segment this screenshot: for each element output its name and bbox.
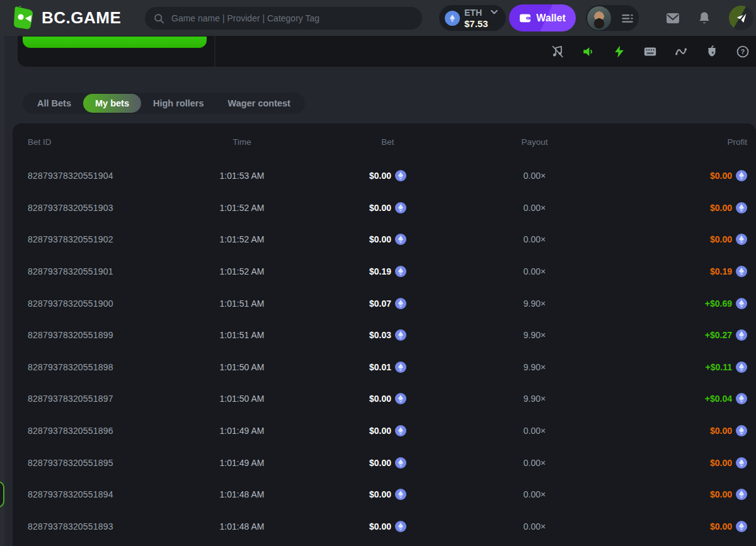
bet-profit: $0.00 bbox=[710, 171, 732, 181]
eth-coin-icon bbox=[395, 266, 406, 277]
game-panel-bottom: ? bbox=[18, 36, 756, 67]
eth-coin-icon bbox=[736, 202, 747, 213]
table-row[interactable]: 82879378320551893 1:01:48 AM $0.00 0.00×… bbox=[13, 511, 756, 543]
bet-id: 82879378320551900 bbox=[28, 299, 169, 309]
bet-payout: 0.00× bbox=[461, 521, 608, 532]
col-profit: Profit bbox=[608, 137, 747, 147]
col-payout: Payout bbox=[461, 137, 608, 147]
table-row[interactable]: 82879378320551895 1:01:49 AM $0.00 0.00×… bbox=[13, 446, 756, 479]
profit-cell: $0.19 bbox=[608, 266, 747, 277]
eth-coin-icon bbox=[445, 11, 460, 26]
bet-profit: +$0.11 bbox=[706, 362, 732, 372]
bets-table: Bet ID Time Bet Payout Profit 8287937832… bbox=[13, 123, 756, 546]
music-off-icon[interactable] bbox=[551, 45, 564, 59]
bet-time: 1:01:50 AM bbox=[169, 362, 314, 372]
bet-cell: $0.00 bbox=[314, 425, 461, 436]
tab-all-bets[interactable]: All Bets bbox=[25, 94, 83, 113]
bcgame-logo[interactable]: BC.GAME bbox=[10, 5, 121, 30]
tab-high-rollers[interactable]: High rollers bbox=[141, 94, 216, 113]
table-row[interactable]: 82879378320551903 1:01:52 AM $0.00 0.00×… bbox=[13, 192, 756, 224]
side-peek-button[interactable] bbox=[0, 481, 4, 508]
search-icon bbox=[154, 13, 164, 24]
chat-toggle-icon[interactable] bbox=[729, 6, 753, 30]
bet-button[interactable] bbox=[23, 37, 207, 48]
game-search[interactable] bbox=[145, 7, 422, 30]
help-icon[interactable]: ? bbox=[736, 45, 750, 59]
bet-list-icon[interactable] bbox=[622, 14, 633, 23]
bet-payout: 9.90× bbox=[461, 362, 608, 372]
bet-profit: $0.00 bbox=[710, 521, 732, 532]
bet-profit: $0.00 bbox=[710, 458, 732, 468]
table-row[interactable]: 82879378320551900 1:01:51 AM $0.07 9.90×… bbox=[13, 287, 756, 319]
eth-coin-icon bbox=[736, 425, 747, 436]
search-input[interactable] bbox=[170, 13, 413, 24]
bet-time: 1:01:53 AM bbox=[169, 171, 314, 181]
left-edge-strip bbox=[0, 36, 4, 546]
logo-wordmark: BC.GAME bbox=[42, 8, 121, 28]
table-body: 82879378320551904 1:01:53 AM $0.00 0.00×… bbox=[13, 160, 756, 542]
table-row[interactable]: 82879378320551896 1:01:49 AM $0.00 0.00×… bbox=[13, 415, 756, 447]
bet-amount: $0.07 bbox=[369, 299, 391, 309]
bet-payout: 0.00× bbox=[461, 458, 608, 468]
bet-payout: 0.00× bbox=[461, 171, 608, 181]
bet-profit: $0.00 bbox=[710, 426, 732, 436]
bet-time: 1:01:50 AM bbox=[169, 394, 314, 404]
eth-coin-icon bbox=[395, 457, 406, 469]
bet-cell: $0.00 bbox=[314, 521, 461, 532]
eth-coin-icon bbox=[736, 457, 747, 469]
avatar[interactable] bbox=[587, 6, 611, 30]
profit-cell: $0.00 bbox=[608, 234, 747, 245]
tab-wager-contest[interactable]: Wager contest bbox=[216, 94, 302, 113]
live-stats-icon[interactable] bbox=[674, 45, 688, 59]
eth-coin-icon bbox=[736, 361, 747, 373]
eth-coin-icon bbox=[395, 521, 406, 532]
bet-amount: $0.00 bbox=[369, 171, 391, 181]
bell-icon[interactable] bbox=[697, 11, 712, 26]
chevron-down-icon bbox=[491, 10, 498, 14]
table-row[interactable]: 82879378320551902 1:01:52 AM $0.00 0.00×… bbox=[13, 224, 756, 256]
profit-cell: $0.00 bbox=[608, 425, 747, 436]
table-row[interactable]: 82879378320551904 1:01:53 AM $0.00 0.00×… bbox=[13, 160, 756, 192]
bet-time: 1:01:51 AM bbox=[169, 299, 314, 309]
bet-profit: $0.19 bbox=[710, 266, 732, 276]
eth-coin-icon bbox=[395, 329, 406, 341]
eth-coin-icon bbox=[736, 266, 747, 277]
profit-cell: $0.00 bbox=[608, 202, 747, 213]
table-row[interactable]: 82879378320551901 1:01:52 AM $0.19 0.00×… bbox=[13, 256, 756, 288]
bet-time: 1:01:49 AM bbox=[169, 426, 314, 436]
bet-cell: $0.00 bbox=[314, 234, 461, 245]
profit-cell: +$0.27 bbox=[608, 329, 747, 341]
balance-selector[interactable]: ETH $7.53 bbox=[439, 5, 506, 31]
seed-icon[interactable] bbox=[705, 45, 719, 59]
eth-coin-icon bbox=[736, 234, 747, 245]
profit-cell: $0.00 bbox=[608, 457, 747, 469]
bet-payout: 0.00× bbox=[461, 203, 608, 213]
bet-time: 1:01:48 AM bbox=[169, 489, 314, 499]
top-navbar: BC.GAME ETH $7.53 bbox=[0, 0, 756, 36]
bet-profit: $0.00 bbox=[710, 489, 732, 499]
turbo-bolt-icon[interactable] bbox=[612, 45, 626, 59]
profit-cell: $0.00 bbox=[608, 170, 747, 181]
eth-coin-icon bbox=[736, 170, 747, 181]
tab-my-bets[interactable]: My bets bbox=[83, 94, 141, 113]
sound-icon[interactable] bbox=[581, 45, 595, 59]
bet-amount: $0.00 bbox=[369, 394, 391, 404]
eth-coin-icon bbox=[395, 298, 406, 309]
bet-profit: $0.00 bbox=[710, 203, 732, 213]
table-row[interactable]: 82879378320551898 1:01:50 AM $0.01 9.90×… bbox=[13, 351, 756, 384]
bet-id: 82879378320551903 bbox=[28, 203, 169, 213]
eth-coin-icon bbox=[395, 234, 406, 245]
mail-icon[interactable] bbox=[665, 11, 680, 26]
bet-amount: $0.19 bbox=[369, 266, 391, 276]
eth-coin-icon bbox=[736, 489, 747, 500]
tab-label: Wager contest bbox=[228, 98, 290, 108]
bet-id: 82879378320551898 bbox=[28, 362, 169, 372]
table-row[interactable]: 82879378320551899 1:01:51 AM $0.03 9.90×… bbox=[13, 319, 756, 351]
profile-group[interactable] bbox=[586, 5, 639, 31]
table-row[interactable]: 82879378320551897 1:01:50 AM $0.00 9.90×… bbox=[13, 383, 756, 415]
bet-cell: $0.00 bbox=[314, 170, 461, 181]
tab-label: All Bets bbox=[37, 98, 71, 108]
table-row[interactable]: 82879378320551894 1:01:48 AM $0.00 0.00×… bbox=[13, 479, 756, 511]
wallet-button[interactable]: Wallet bbox=[509, 4, 576, 31]
hotkeys-keyboard-icon[interactable] bbox=[643, 45, 657, 59]
